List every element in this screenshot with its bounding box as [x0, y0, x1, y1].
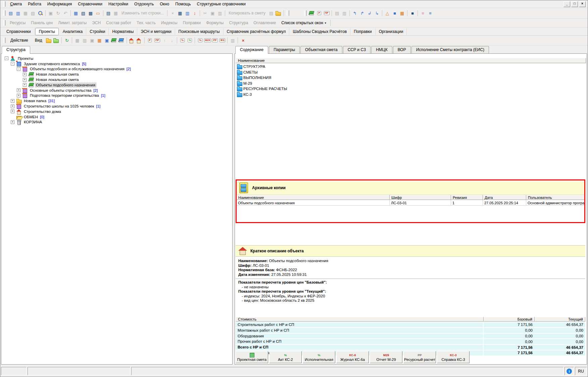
panel-indeksy[interactable]: Индексы — [158, 20, 180, 26]
undo-icon[interactable]: ↶ — [62, 10, 69, 16]
house-load-icon[interactable] — [128, 37, 136, 44]
expander-icon[interactable]: + — [17, 94, 20, 97]
menu-okno[interactable]: Окно — [157, 1, 172, 7]
page-pr-icon[interactable]: ПР — [323, 10, 330, 16]
tree-item-zdanie-sportkompleksa[interactable]: -Здание спортивного комплекса[5] — [1, 61, 232, 67]
indent-out-icon[interactable]: ↱ — [358, 10, 366, 16]
folder-collapse-icon[interactable] — [53, 37, 60, 44]
toolbar-grip[interactable] — [304, 10, 307, 16]
expander-icon[interactable]: - — [5, 56, 8, 60]
book-blue-icon[interactable] — [118, 37, 125, 44]
tree-item-obekty-podsobnogo-i-obsluzh[interactable]: -Объекты подсобного и обслуживающего наз… — [1, 67, 232, 72]
folder-ks3[interactable]: КС-3 — [236, 92, 586, 97]
menu-deystvie[interactable]: Действие — [7, 37, 32, 43]
folder-m29[interactable]: М-29 — [236, 81, 586, 86]
cut-icon[interactable]: ✂ — [201, 10, 209, 16]
excel-form-icon[interactable]: ▦ — [72, 10, 80, 16]
resource-calc-icon[interactable]: ▦ — [176, 10, 184, 16]
tree-item-novaya-lokalnaya-smeta-1[interactable]: +Новая локальная смета — [1, 72, 232, 77]
tree-item-novaya-papka[interactable]: +Новая папка[31] — [1, 98, 232, 103]
indent-in-icon[interactable]: ↰ — [351, 10, 358, 16]
tree-item-obmen[interactable]: ОБМЕН[0] — [1, 114, 232, 120]
tab-ssr-i-sz[interactable]: ССР и СЗ — [343, 46, 371, 53]
expander-icon[interactable]: + — [23, 73, 27, 76]
restore-button[interactable]: □ — [571, 1, 578, 7]
building-copy-icon[interactable]: ▥ — [81, 37, 88, 44]
report-ispolnitelnaya-button[interactable]: %Исполнительная — [303, 351, 335, 363]
panel-struktura[interactable]: Структура — [226, 20, 251, 26]
building-save-icon[interactable]: ▣ — [103, 37, 110, 44]
paste-icon[interactable]: ▥ — [216, 10, 224, 16]
menu-smeta[interactable]: Смета — [7, 1, 25, 7]
search-icon[interactable] — [37, 10, 44, 16]
column-naimenovanie[interactable]: Наименование — [237, 195, 390, 200]
folder-resursnye-raschety[interactable]: РЕСУРСНЫЕ РАСЧЕТЫ — [236, 86, 586, 92]
row-template2-icon[interactable]: ▥ — [341, 10, 348, 16]
close-row-icon[interactable]: × — [169, 10, 176, 16]
panel-sostav-rabot[interactable]: Состав работ — [103, 20, 134, 26]
table-percent-icon[interactable]: % — [186, 37, 193, 44]
tab-organizatsii[interactable]: Организации — [376, 28, 407, 35]
move-up-icon[interactable]: ↑ — [161, 37, 168, 44]
tab-esn-i-metodiki[interactable]: ЭСН и методики — [137, 28, 175, 35]
tree-item-stroitelstvo-doma[interactable]: +Строительство дома — [1, 109, 232, 114]
close-button[interactable]: × — [579, 1, 586, 7]
shift-left-icon[interactable]: ↲ — [366, 10, 373, 16]
menu-informatsiya[interactable]: Информация — [44, 1, 75, 7]
save-icon[interactable]: ▣ — [47, 10, 54, 16]
panel-esn[interactable]: ЭСН — [89, 20, 103, 26]
copy-doc-icon[interactable]: ▤ — [267, 10, 275, 16]
print-icon[interactable]: ▤ — [105, 10, 112, 16]
insert-section-icon[interactable]: ▧ — [80, 10, 87, 16]
report-spravka-ks3-button[interactable]: КС-3Справка КС-3 — [437, 351, 470, 363]
pp-icon[interactable]: РР — [211, 37, 218, 44]
tree-item-novaya-lokalnaya-smeta-2[interactable]: +Новая локальная смета — [1, 77, 232, 82]
report-otchet-m29-button[interactable]: М29Отчет М-29 — [370, 351, 402, 363]
panel-tech-chast[interactable]: Тех. часть — [134, 20, 158, 26]
shift-right-icon[interactable]: ↳ — [373, 10, 381, 16]
close-icon[interactable]: × — [239, 37, 247, 44]
act-percent-icon[interactable]: % — [196, 37, 204, 44]
building-new-icon[interactable]: ▦ — [74, 37, 81, 44]
info-icon[interactable]: i — [567, 369, 572, 374]
expander-icon[interactable]: - — [11, 62, 14, 66]
menu-vid[interactable]: Вид — [32, 37, 46, 43]
expander-icon[interactable]: + — [11, 99, 14, 103]
comment-icon[interactable]: ▭ — [94, 10, 102, 16]
column-bazovyy[interactable]: Базовый — [484, 317, 535, 322]
panel-popravki[interactable]: Поправки — [180, 20, 203, 26]
report-akt-ks2-button[interactable]: %Акт КС-2 — [269, 351, 302, 363]
status-info-cell[interactable]: i — [565, 367, 574, 375]
change-row-type-button[interactable]: Изменить тип строки... — [119, 11, 166, 15]
tab-poiskovye-marshruty[interactable]: Поисковые маршруты — [175, 28, 224, 35]
sort-icon[interactable]: ↕ — [191, 10, 198, 16]
menu-nastroyki[interactable]: Настройки — [105, 1, 131, 7]
panel-resursy[interactable]: Ресурсы — [7, 20, 28, 26]
expander-icon[interactable]: + — [23, 78, 27, 82]
page-props-icon[interactable]: ▥ — [229, 37, 236, 44]
folder-expand-icon[interactable] — [45, 37, 53, 44]
layers-blue-icon[interactable]: ≡ — [427, 10, 434, 16]
folder-p-icon[interactable]: Р — [146, 37, 153, 44]
tab-soderzhanie[interactable]: Содержание — [235, 46, 268, 54]
paste-folder-icon[interactable] — [275, 10, 282, 16]
materials-icon[interactable]: ▦ — [398, 10, 406, 16]
panel-oglavlenie[interactable]: Оглавление — [251, 20, 279, 26]
machines-icon[interactable]: ■ — [409, 10, 416, 16]
tab-analitika[interactable]: Аналитика — [59, 28, 86, 35]
row-template-icon[interactable]: ▤ — [333, 10, 341, 16]
expander-icon[interactable]: + — [23, 83, 27, 87]
house-percent-icon[interactable]: % — [179, 37, 186, 44]
house-save-icon[interactable] — [136, 37, 143, 44]
building-edit-icon[interactable]: ▦ — [96, 37, 103, 44]
tab-shablony-svodnyh-raschetov[interactable]: Шаблоны Сводных Расчётов — [289, 28, 350, 35]
pdf-export-icon[interactable]: ▨ — [29, 10, 37, 16]
column-data[interactable]: Дата — [483, 195, 526, 200]
expander-icon[interactable]: + — [11, 120, 14, 124]
folder-vypolneniya[interactable]: ВЫПОЛНЕНИЯ — [236, 75, 586, 81]
column-stoimost[interactable]: Стоимость — [236, 317, 484, 322]
m29-icon[interactable]: М29 — [204, 37, 211, 44]
column-shifr[interactable]: Шифр — [390, 195, 451, 200]
tab-parametry[interactable]: Параметры — [269, 46, 300, 53]
tab-vor[interactable]: ВОР — [393, 46, 411, 53]
